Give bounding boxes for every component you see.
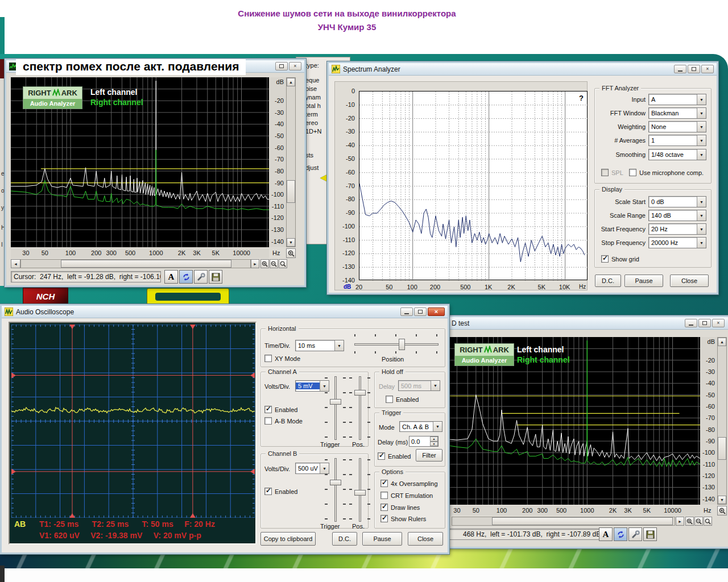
scroll-right-icon[interactable]: ► xyxy=(251,259,259,268)
maximize-button[interactable] xyxy=(688,65,700,73)
smoothing-select[interactable]: 1/48 octave▼ xyxy=(648,149,706,160)
save-tool-button[interactable] xyxy=(209,270,222,284)
vscroll-thumb[interactable] xyxy=(718,437,726,460)
chevron-down-icon[interactable]: ▼ xyxy=(433,422,442,431)
chevron-down-icon[interactable]: ▼ xyxy=(697,197,706,207)
sa-titlebar[interactable]: Spectrum Analyzer × xyxy=(329,63,717,76)
refresh-tool-button[interactable] xyxy=(179,270,193,284)
scale-start-select[interactable]: 0 dB▼ xyxy=(648,196,706,207)
zoom-in-button[interactable] xyxy=(685,517,694,526)
restore-button[interactable] xyxy=(275,62,288,70)
pause-button[interactable]: Pause xyxy=(362,532,402,546)
mic-comp-checkbox[interactable] xyxy=(629,169,636,176)
scroll-up-icon[interactable]: ▲ xyxy=(287,78,295,86)
trigger-enabled-checkbox[interactable] xyxy=(378,452,385,460)
channel-b-trigger-slider[interactable] xyxy=(334,458,337,522)
chevron-down-icon[interactable]: ▼ xyxy=(697,149,706,160)
help-hint[interactable]: ? xyxy=(579,94,584,102)
chevron-down-icon[interactable]: ▼ xyxy=(697,238,706,248)
scale-range-select[interactable]: 140 dB▼ xyxy=(648,210,706,221)
scroll-up-icon[interactable]: ▲ xyxy=(718,338,726,346)
settings-tool-button[interactable] xyxy=(194,270,208,284)
close-window-button[interactable]: Close xyxy=(408,532,443,546)
spin-up-icon[interactable]: ▲ xyxy=(430,436,438,442)
chevron-down-icon[interactable]: ▼ xyxy=(697,224,706,234)
fft-window-select[interactable]: Blackman▼ xyxy=(648,107,706,119)
close-button[interactable]: × xyxy=(428,307,445,316)
holdoff-enabled-checkbox[interactable] xyxy=(386,396,393,403)
channel-b-pos-thumb[interactable] xyxy=(354,490,366,496)
channel-b-volts-select[interactable]: 500 uV▼ xyxy=(295,463,329,474)
zoom-reset-button[interactable] xyxy=(704,517,712,526)
channel-a-pos-slider[interactable] xyxy=(359,376,361,440)
zoom-in-vertical-button[interactable] xyxy=(286,248,296,258)
zoom-in-vertical-button[interactable] xyxy=(717,506,727,516)
maximize-button[interactable] xyxy=(414,307,427,316)
minimize-button[interactable] xyxy=(400,307,413,316)
channel-b-trigger-thumb[interactable] xyxy=(330,480,341,485)
draw-lines-checkbox[interactable] xyxy=(380,504,388,511)
show-grid-checkbox[interactable] xyxy=(601,255,609,263)
minimize-button[interactable] xyxy=(685,319,697,327)
spin-down-icon[interactable]: ▼ xyxy=(430,442,438,447)
scroll-left-icon[interactable]: ◄ xyxy=(11,259,20,268)
vscroll-thumb[interactable] xyxy=(287,180,295,203)
rmaa2-titlebar[interactable]: D test × xyxy=(433,317,728,330)
rmaa2-vscrollbar[interactable]: ▲ ▼ xyxy=(717,337,727,505)
close-button[interactable]: × xyxy=(289,62,301,70)
channel-a-pos-thumb[interactable] xyxy=(354,390,366,396)
chevron-down-icon[interactable]: ▼ xyxy=(697,210,706,221)
font-tool-button[interactable]: A xyxy=(164,270,178,284)
show-rulers-checkbox[interactable] xyxy=(380,515,388,522)
trigger-mode-select[interactable]: Ch. A & B▼ xyxy=(399,421,442,432)
input-select[interactable]: A▼ xyxy=(648,94,706,105)
position-slider-thumb[interactable] xyxy=(399,339,405,350)
weighting-select[interactable]: None▼ xyxy=(648,121,706,132)
pause-button[interactable]: Pause xyxy=(624,275,663,287)
scroll-down-icon[interactable]: ▼ xyxy=(287,238,295,247)
font-tool-button[interactable]: A xyxy=(599,527,613,541)
crt-emulation-checkbox[interactable] xyxy=(380,492,388,499)
zoom-out-button[interactable] xyxy=(694,517,703,526)
channel-a-trigger-slider[interactable] xyxy=(334,376,337,440)
chevron-down-icon[interactable]: ▼ xyxy=(334,340,344,351)
channel-a-enabled-checkbox[interactable] xyxy=(264,406,272,413)
desktop-icon-nch[interactable]: NCH xyxy=(23,288,68,305)
start-frequency-select[interactable]: 20 Hz▼ xyxy=(648,223,706,235)
save-tool-button[interactable] xyxy=(643,527,657,541)
averages-select[interactable]: 1▼ xyxy=(648,135,706,146)
zoom-out-button[interactable] xyxy=(270,259,278,268)
chevron-down-icon[interactable]: ▼ xyxy=(697,122,706,132)
chevron-down-icon[interactable]: ▼ xyxy=(697,94,706,105)
copy-to-clipboard-button[interactable]: Copy to clipboard xyxy=(260,532,316,546)
scroll-down-icon[interactable]: ▼ xyxy=(718,496,726,504)
stop-frequency-select[interactable]: 20000 Hz▼ xyxy=(648,237,706,248)
desktop-icon-recorder[interactable] xyxy=(147,288,229,305)
hscroll-thumb[interactable] xyxy=(61,260,231,268)
chevron-down-icon[interactable]: ▼ xyxy=(697,108,706,118)
settings-tool-button[interactable] xyxy=(628,527,642,541)
spl-checkbox[interactable] xyxy=(601,169,609,176)
scroll-right-icon[interactable]: ► xyxy=(676,517,684,526)
ab-mode-checkbox[interactable] xyxy=(264,417,272,425)
channel-a-trigger-thumb[interactable] xyxy=(330,399,341,405)
channel-b-enabled-checkbox[interactable] xyxy=(264,488,272,495)
filter-button[interactable]: Filter xyxy=(416,449,442,462)
close-button[interactable]: × xyxy=(701,65,714,73)
close-button[interactable]: × xyxy=(712,319,725,327)
refresh-tool-button[interactable] xyxy=(614,527,627,541)
trigger-delay-spinner[interactable]: 0.0 ▲▼ xyxy=(409,436,439,447)
dc-button[interactable]: D.C. xyxy=(332,532,357,546)
close-window-button[interactable]: Close xyxy=(670,275,709,287)
rmaa1-hscrollbar[interactable] xyxy=(20,259,251,268)
rmaa1-vscrollbar[interactable]: ▲ ▼ xyxy=(286,77,296,247)
zoom-in-button[interactable] xyxy=(260,259,269,268)
maximize-button[interactable] xyxy=(698,319,711,327)
xy-mode-checkbox[interactable] xyxy=(264,355,272,362)
scope-titlebar[interactable]: Audio Oscilloscope × xyxy=(2,306,448,318)
oversampling-checkbox[interactable] xyxy=(380,480,388,487)
dc-button[interactable]: D.C. xyxy=(595,275,621,287)
channel-a-volts-select[interactable]: 5 mV▼ xyxy=(295,380,329,392)
time-div-select[interactable]: 10 ms▼ xyxy=(295,340,344,351)
zoom-reset-button[interactable] xyxy=(279,259,287,268)
